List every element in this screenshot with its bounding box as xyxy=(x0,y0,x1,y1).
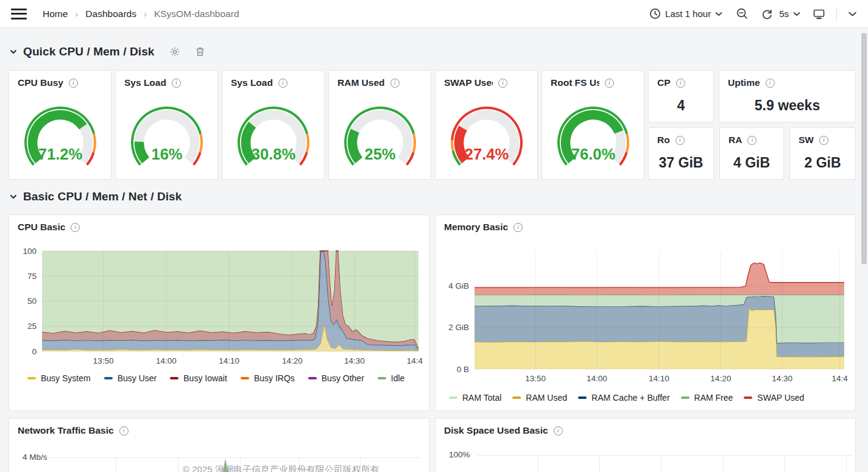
panel-title[interactable]: Disk Space Used Basic xyxy=(444,425,548,436)
panel-title[interactable]: SWAP Used xyxy=(444,77,493,88)
panel-title[interactable]: RA xyxy=(729,135,742,146)
chevron-down-icon[interactable] xyxy=(848,11,857,17)
panel-title[interactable]: Memory Basic xyxy=(444,222,508,233)
legend-item[interactable]: Idle xyxy=(378,373,405,383)
panel-root-fs-used: Root FS Used 76.0% xyxy=(542,70,644,180)
chevron-down-icon xyxy=(10,194,17,199)
row-quick-cpu-mem-disk[interactable]: Quick CPU / Mem / Disk xyxy=(10,41,205,62)
info-icon[interactable] xyxy=(172,79,181,88)
breadcrumb-separator: › xyxy=(144,9,147,19)
panel-title[interactable]: Sys Load xyxy=(124,77,166,88)
legend-swatch xyxy=(241,377,249,379)
svg-text:27.4%: 27.4% xyxy=(465,146,509,163)
gridline xyxy=(116,457,116,472)
panel-title[interactable]: CPU Busy xyxy=(18,77,63,88)
panel-title[interactable]: RAM Used xyxy=(337,77,385,88)
panel-title[interactable]: Uptime xyxy=(728,77,760,88)
copyright-watermark: © 2025 浪潮电子信息产业股份有限公司版权所有 xyxy=(183,464,439,472)
cpu-basic-chart[interactable]: 13:5014:0014:1014:2014:3014:40255075100 xyxy=(14,243,425,372)
panel-title[interactable]: Root FS Used xyxy=(551,77,599,88)
breadcrumb: Home › Dashboards › KSysOM-dashboard xyxy=(43,9,239,19)
top-nav: Home › Dashboards › KSysOM-dashboard Las… xyxy=(0,0,868,28)
chevron-down-icon xyxy=(715,12,722,16)
row-title: Basic CPU / Mem / Net / Disk xyxy=(23,190,182,203)
svg-text:50: 50 xyxy=(27,297,37,306)
breadcrumb-separator: › xyxy=(75,9,78,19)
stat-value: 37 GiB xyxy=(649,155,713,171)
scrollbar-thumb[interactable] xyxy=(861,33,867,264)
svg-text:13:50: 13:50 xyxy=(93,356,114,365)
legend-item[interactable]: Busy Iowait xyxy=(170,373,227,383)
info-icon[interactable] xyxy=(676,136,685,145)
refresh-interval-picker[interactable]: 5s xyxy=(779,9,800,19)
info-icon[interactable] xyxy=(498,79,507,88)
gauge-swap-used: 27.4% xyxy=(441,105,532,170)
legend-item[interactable]: RAM Cache + Buffer xyxy=(578,393,670,403)
info-icon[interactable] xyxy=(513,223,523,232)
row-basic-cpu-mem-net-disk[interactable]: Basic CPU / Mem / Net / Disk xyxy=(10,186,182,207)
panel-title[interactable]: Ro xyxy=(657,135,670,146)
legend-item[interactable]: RAM Used xyxy=(512,393,567,403)
menu-icon[interactable] xyxy=(11,9,27,19)
info-icon[interactable] xyxy=(819,136,828,145)
panel-disk-space-used-basic: Disk Space Used Basic 100% xyxy=(435,418,856,472)
panel-title[interactable]: CPU Basic xyxy=(18,222,65,233)
row-delete-trash-icon[interactable] xyxy=(195,46,205,57)
breadcrumb-dashboards[interactable]: Dashboards xyxy=(85,9,136,19)
info-icon[interactable] xyxy=(605,79,614,88)
panel-title[interactable]: Network Traffic Basic xyxy=(18,425,114,436)
gridline xyxy=(599,455,600,472)
info-icon[interactable] xyxy=(278,79,288,88)
nav-divider xyxy=(836,7,837,21)
info-icon[interactable] xyxy=(554,426,563,435)
panel-cpu-basic: CPU Basic 13:5014:0014:1014:2014:3014:40… xyxy=(9,214,429,411)
panel-ram-used: RAM Used 25% xyxy=(328,70,431,180)
zoom-out-icon[interactable] xyxy=(736,7,749,20)
svg-text:2 GiB: 2 GiB xyxy=(448,323,469,332)
panel-uptime: Uptime 5.9 weeks xyxy=(719,70,856,122)
info-icon[interactable] xyxy=(119,426,129,435)
refresh-icon[interactable] xyxy=(761,8,773,20)
svg-text:14:20: 14:20 xyxy=(282,356,303,365)
clock-icon xyxy=(649,8,661,19)
info-icon[interactable] xyxy=(747,136,757,145)
info-icon[interactable] xyxy=(676,79,685,88)
legend-item[interactable]: RAM Total xyxy=(449,393,501,403)
legend-item[interactable]: Busy Other xyxy=(308,373,364,383)
svg-text:16%: 16% xyxy=(151,146,182,163)
memory-basic-chart[interactable]: 13:5014:0014:1014:2014:3014:40 B2 GiB4 G… xyxy=(440,243,852,393)
info-icon[interactable] xyxy=(71,223,80,232)
panel-sys-load-5m: Sys Load 16% xyxy=(115,70,218,180)
legend-item[interactable]: Busy System xyxy=(27,373,91,383)
info-icon[interactable] xyxy=(69,79,78,88)
info-icon[interactable] xyxy=(390,79,400,88)
legend-item[interactable]: Busy IRQs xyxy=(241,373,295,383)
legend-swatch xyxy=(27,377,36,379)
gauge-sys-load: 30.8% xyxy=(228,105,319,170)
panel-title[interactable]: SW xyxy=(799,135,814,146)
svg-text:14:4: 14:4 xyxy=(832,374,849,383)
legend-item[interactable]: RAM Free xyxy=(681,393,733,403)
legend-label: Busy Other xyxy=(322,373,364,383)
legend-swatch xyxy=(681,396,690,399)
legend-item[interactable]: SWAP Used xyxy=(744,393,804,403)
gridline xyxy=(49,457,421,458)
time-range-picker[interactable]: Last 1 hour xyxy=(649,8,722,19)
legend-swatch xyxy=(104,377,113,379)
grafana-dashboard: Home › Dashboards › KSysOM-dashboard Las… xyxy=(0,0,868,472)
gauge-sys-load: 16% xyxy=(121,105,213,170)
tv-kiosk-icon[interactable] xyxy=(813,8,825,20)
panel-title[interactable]: CP xyxy=(657,77,671,88)
legend-item[interactable]: Busy User xyxy=(104,373,157,383)
gridline xyxy=(661,455,662,472)
legend-label: SWAP Used xyxy=(757,393,804,403)
memory-basic-legend: RAM TotalRAM UsedRAM Cache + BufferRAM F… xyxy=(449,393,851,403)
info-icon[interactable] xyxy=(766,79,775,88)
row-settings-gear-icon[interactable] xyxy=(169,46,180,57)
gridline xyxy=(785,455,785,472)
stat-value: 5.9 weeks xyxy=(719,97,855,114)
panel-title[interactable]: Sys Load xyxy=(231,77,273,88)
gridline xyxy=(723,455,724,472)
breadcrumb-home[interactable]: Home xyxy=(43,9,68,19)
panel-swap-used: SWAP Used 27.4% xyxy=(435,70,538,180)
